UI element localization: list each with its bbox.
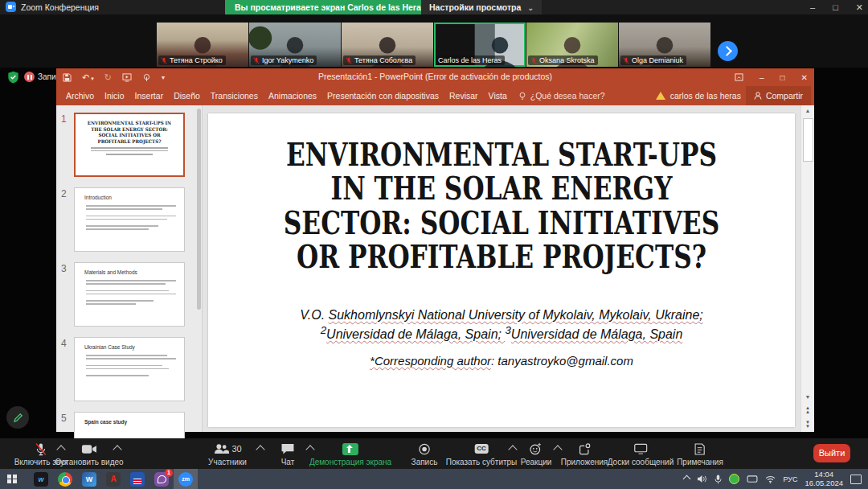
tab-transiciones[interactable]: Transiciones [211,91,258,101]
slide-number: 2 [61,187,74,252]
participants-strip: Тетяна Стройко Igor Yakymenko Тетяна Соб… [0,14,868,68]
taskbar-word[interactable]: W [77,469,101,489]
chevron-right-icon [722,46,732,56]
video-tile[interactable]: Oksana Skrotska [526,23,618,67]
whiteboards-button[interactable]: Доски сообщений [608,441,674,466]
reactions-button[interactable]: Реакции [521,441,552,466]
video-tile[interactable]: Тетяна Стройко [157,23,248,67]
scroll-up-arrow[interactable]: ▲ [801,105,814,117]
tab-archivo[interactable]: Archivo [66,91,94,101]
video-tile[interactable]: Тетяна Соболєва [342,23,433,67]
taskbar-acrobat[interactable]: A [101,469,125,489]
share-screen-button[interactable]: Демонстрация экрана [309,441,391,466]
slide-affiliations: V.O. Sukhomlynskyi National University o… [208,306,795,343]
current-slide[interactable]: ENVIRONMENTAL START-UPS IN THE SOLAR ENE… [208,113,795,427]
thumbnail-slide-3[interactable]: 3 Materials and Methods [61,262,202,327]
view-options-button[interactable]: Настройки просмотра⌄ [421,0,542,14]
tell-me-box[interactable]: ¿Qué desea hacer? [518,91,605,101]
thumbnail-title: Ukrainian Case Study [75,338,184,350]
tab-diseno[interactable]: Diseño [174,91,200,101]
slide-number: 3 [61,262,74,327]
language-indicator[interactable]: РУС [783,475,797,483]
apps-button[interactable]: Приложения [561,441,608,466]
scroll-down-arrow[interactable]: ▼ [801,392,814,403]
taskbar-save-app[interactable] [125,469,149,489]
ppt-close-button[interactable]: ✕ [801,73,808,82]
pencil-icon [12,412,24,424]
smiley-icon [530,442,542,455]
tab-inicio[interactable]: Inicio [104,91,125,101]
lightbulb-icon [518,92,526,101]
video-camera-icon [82,444,97,454]
record-icon [419,443,431,455]
notes-button[interactable]: Примечания [677,441,723,466]
display-device-icon[interactable] [747,475,758,483]
participant-name: Olga Demianiuk [632,56,683,64]
system-tray: РУС 14:0416.05.2024 [684,471,868,488]
close-button[interactable]: ✕ [856,2,863,13]
zoom-app-window: Zoom Конференция Вы просматриваете экран… [0,0,868,489]
apps-icon [578,443,590,455]
video-tile[interactable]: Olga Demianiuk [619,23,710,67]
windows-logo-icon [7,475,17,484]
webex-icon: w [34,472,48,487]
video-tile-active-speaker[interactable]: Carlos de las Heras [434,23,526,67]
minimize-button[interactable]: – [810,2,815,12]
stop-video-button[interactable]: Остановить видео [55,441,123,466]
annotate-button[interactable] [6,406,29,429]
tab-revisar[interactable]: Revisar [449,91,478,101]
chat-button[interactable]: Чат [281,441,295,466]
thumbnail-slide-1[interactable]: 1 ENVIRONMENTAL START-UPS IN THE SOLAR E… [61,113,202,177]
meeting-security-shield-icon[interactable] [7,71,19,84]
wifi-icon[interactable] [765,475,776,483]
windows-taskbar: w W A 1 zm РУС 14:0416.05.2024 [0,469,868,489]
shared-screen-area: Запись ↶ ▾ ↻ ▾ Presentación1 - PowerPoin… [0,68,868,438]
tab-presentacion[interactable]: Presentación con diapositivas [327,91,439,101]
record-button[interactable]: Запись [411,441,438,466]
document-title: Presentación1 - PowerPoint (Error de act… [56,72,814,81]
hidden-icons-chevron[interactable] [683,475,691,483]
participant-name: Carlos de las Heras [438,56,502,64]
participant-name: Igor Yakymenko [262,56,313,64]
captions-button[interactable]: CC Показать субтитры [446,441,518,466]
taskbar-zoom[interactable]: zm [174,469,198,489]
taskbar-clock[interactable]: 14:0416.05.2024 [805,471,843,488]
slide-scrollbar[interactable]: ▲ ▼ ▲▲ ▼▼ [800,105,814,432]
ppt-restore-button[interactable]: □ [780,73,785,82]
next-slide-button[interactable]: ▼▼ [801,421,814,429]
previous-slide-button[interactable]: ▲▲ [801,406,814,414]
speaker-icon[interactable] [697,475,707,483]
taskbar-viber[interactable]: 1 [149,469,174,489]
mic-off-icon [623,57,629,64]
ribbon-display-options-icon[interactable] [735,73,743,81]
thumbnail-slide-2[interactable]: 2 Introduction [61,187,202,252]
account-name[interactable]: carlos de las heras [670,91,741,101]
tab-vista[interactable]: Vista [489,91,507,101]
next-participants-page-button[interactable] [718,41,738,61]
thumbnail-scrollbar[interactable] [197,109,201,310]
antivirus-icon[interactable] [729,474,739,484]
share-screen-icon [342,443,358,455]
chevron-down-icon: ⌄ [527,4,534,12]
scrollbar-thumb[interactable] [803,118,813,162]
participants-options-chevron[interactable] [256,445,264,454]
tab-animaciones[interactable]: Animaciones [268,91,317,101]
leave-meeting-button[interactable]: Выйти [813,444,850,462]
action-center-icon[interactable] [850,475,862,484]
taskbar-chrome[interactable] [53,469,77,489]
video-tile[interactable]: Igor Yakymenko [249,23,341,67]
start-button[interactable] [0,469,24,489]
slide-number: 1 [61,113,74,177]
taskbar-webex[interactable]: w [29,469,53,489]
ppt-minimize-button[interactable]: – [760,73,764,82]
compartir-button[interactable]: Compartir [746,86,811,105]
recording-pause-icon[interactable] [24,72,35,82]
person-icon [754,92,762,100]
tab-insertar[interactable]: Insertar [135,91,164,101]
tray-mic-icon[interactable] [714,475,722,484]
participants-button[interactable]: 30 Участники [208,441,247,466]
maximize-button[interactable]: □ [833,2,838,12]
zoom-toolbar: Включить звук Остановить видео 30 Участн… [0,438,868,469]
zoom-logo-icon [6,2,16,12]
thumbnail-slide-4[interactable]: 4 Ukrainian Case Study [61,337,202,401]
